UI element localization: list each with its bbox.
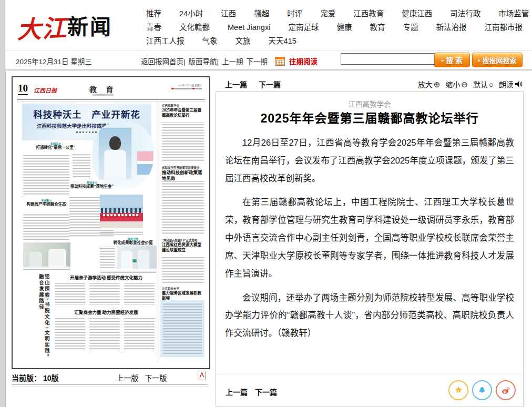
site-search-button[interactable]: ▸ 搜报网搜索 <box>472 53 523 67</box>
right-article-title: 2025年年会暨第三届赣鄱高教论坛举行 <box>162 108 204 118</box>
nav-link[interactable]: 市场监管 <box>498 7 529 21</box>
text-controls: 放大 ⊕ 缩小 ⊖ 默认 ○ 朗读 <box>418 79 523 89</box>
text-lines <box>73 154 90 178</box>
pdf-icon[interactable] <box>198 371 206 382</box>
photo-two-researchers <box>117 246 157 269</box>
right-article-4[interactable]: 九江职业大学 蓄力服务区域发展职教新程 <box>162 287 204 301</box>
nav-link[interactable]: 定南足球 <box>288 21 319 34</box>
mid-headline-chamber[interactable]: 汇聚商会力量 助力民营经济发展 <box>55 309 158 315</box>
logo-black-text: 新闻 <box>67 15 112 38</box>
nav-link[interactable]: 教育 <box>370 21 385 34</box>
share-qq-button[interactable] <box>472 380 492 400</box>
search-button[interactable]: ▸ 搜 索 <box>434 53 470 67</box>
share-qzone-button[interactable]: z <box>448 380 468 400</box>
article-body: 12月26日至27日，江西省高等教育学会2025年年会暨第三届赣鄱高教论坛在南昌… <box>225 134 514 349</box>
prev-article-link-bottom[interactable]: 上一篇 <box>226 386 248 397</box>
text-lines <box>23 155 69 196</box>
page-pager: 当前版： 10版 上一版 下一版 <box>12 372 209 383</box>
nav-link[interactable]: Meet Jiangxi <box>228 21 270 34</box>
zoom-out-control[interactable]: 缩小 ⊖ <box>445 79 468 89</box>
qzone-star-icon: z <box>454 386 463 394</box>
nav-row-2: 青春 文化赣鄱 Meet Jiangxi 定南足球 健康 教育 专题 新法治报 … <box>146 21 530 34</box>
text-lines <box>89 283 120 306</box>
article-paragraph: 会议期间，还举办了两场主题分别为师范院校转型发展、高等职业学校办学能力评价的“赣… <box>225 289 514 342</box>
right-article-3[interactable]: “井冈星火智脑1.0”正式发布 江西省红色资源大模型建设联盟成立 <box>162 238 204 253</box>
share-weibo-button[interactable] <box>496 380 516 400</box>
next-article-link-bottom[interactable]: 下一篇 <box>255 386 277 397</box>
weibo-icon <box>501 386 510 395</box>
right-article-4-body <box>160 300 204 357</box>
photo-caption-lines <box>23 268 70 270</box>
paper-subsection-2[interactable]: 精准发力 推动科技成果“落地生金” <box>68 180 116 189</box>
paper-contact-line <box>171 88 202 89</box>
right-article-kicker: 江西高教学会 <box>162 104 204 108</box>
text-lines <box>124 318 155 351</box>
paper-section-title: 教 育 <box>89 84 117 94</box>
newspaper-page-thumbnail[interactable]: 10 江西日报 教 育 2025年12月31日 星期三 科技种沃土 产业开新花 … <box>12 76 210 369</box>
text-lines <box>162 257 204 283</box>
next-article-link-top[interactable]: 下一篇 <box>259 79 281 89</box>
article-footer: 上一篇 下一篇 z <box>226 380 516 403</box>
text-lines <box>89 318 120 351</box>
right-article-title: 推动科技创新政策落地见效 <box>162 170 204 181</box>
default-size-control[interactable]: 默认 ○ <box>473 79 494 89</box>
nav-link[interactable]: 新法治报 <box>436 21 466 34</box>
mid-headline-travel[interactable]: 开展亲子游学活动 感受传统文化魅力 <box>55 274 158 280</box>
right-article-kicker: 九江职业大学 <box>162 287 204 291</box>
current-page-label: 当前版： <box>12 374 41 382</box>
nav-link[interactable]: 司法行政 <box>450 7 480 21</box>
vertical-headline[interactable]: 铅山探索“书院文化+文明实践”融合发展路径 <box>38 274 49 359</box>
prev-page-link[interactable]: 上一版 <box>116 374 138 382</box>
paper-subsection-3[interactable]: 平台聚力 构建政产学研融合生态 <box>23 198 69 207</box>
nav-link[interactable]: 青春 <box>146 21 161 34</box>
paper-subsection-4[interactable]: 典型引领 转化成果彰显社会价值 <box>109 237 157 245</box>
nav-link[interactable]: 24小时 <box>179 7 203 21</box>
back-home-link[interactable]: 返回报网首页| <box>141 56 186 66</box>
nav-link[interactable]: 宠爱 <box>320 7 335 21</box>
pager-rule <box>12 386 208 386</box>
nav-link[interactable]: 赣超 <box>254 7 269 21</box>
subsection-title: 转化成果彰显社会价值 <box>109 240 157 245</box>
paper-masthead: 江西日报 <box>34 86 57 94</box>
read-aloud-control[interactable]: 朗读 <box>499 79 523 89</box>
search-input[interactable] <box>341 53 435 65</box>
text-lines <box>55 318 85 351</box>
nav-link[interactable]: 时评 <box>287 7 302 21</box>
nav-link[interactable]: 推荐 <box>146 7 161 21</box>
zoom-in-control[interactable]: 放大 ⊕ <box>418 79 441 89</box>
past-issues-link[interactable]: 往期阅读 <box>289 56 318 66</box>
article-title: 2025年年会暨第三届赣鄱高教论坛举行 <box>216 108 523 126</box>
nav-link[interactable]: 健康 <box>336 21 352 34</box>
nav-link[interactable]: 文旅 <box>236 34 251 48</box>
right-article-kicker: 省科技厅召开政策宣讲座谈会 <box>162 166 204 170</box>
prev-article-link-top[interactable]: 上一篇 <box>225 79 247 89</box>
nav-link[interactable]: 江西教育 <box>353 7 384 21</box>
right-article-kicker: “井冈星火智脑1.0”正式发布 <box>162 238 204 242</box>
prev-issue-link[interactable]: 上一期 <box>222 56 243 66</box>
zoom-out-label: 缩小 <box>445 79 460 89</box>
nav-link[interactable]: 文化赣鄱 <box>179 21 210 34</box>
next-page-link[interactable]: 下一版 <box>145 374 167 382</box>
paper-subsection-1[interactable]: 机制活水 打通转化“最后一公里” <box>28 141 83 150</box>
next-issue-link[interactable]: 下一期 <box>247 56 268 66</box>
logo-red-text: 大江 <box>16 8 68 45</box>
nav-link[interactable]: 健康江西 <box>402 7 432 21</box>
right-article-1[interactable]: 江西高教学会 2025年年会暨第三届赣鄱高教论坛举行 <box>162 104 204 118</box>
right-article-2[interactable]: 省科技厅召开政策宣讲座谈会 推动科技创新政策落地见效 <box>162 166 204 181</box>
nav-link[interactable]: 气象 <box>202 34 218 48</box>
svg-text:z: z <box>458 389 459 392</box>
newspaper-page: 10 江西日报 教 育 2025年12月31日 星期三 科技种沃土 产业开新花 … <box>13 77 209 368</box>
nav-link[interactable]: 江南都市报 <box>484 21 523 34</box>
nav-link[interactable]: 江西 <box>221 7 236 21</box>
page-nav-link[interactable]: 版面导航| <box>189 56 219 66</box>
zoom-in-icon: ⊕ <box>434 80 441 88</box>
zoom-out-icon: ⊖ <box>461 80 468 88</box>
site-logo[interactable]: 大江新闻 <box>17 9 112 44</box>
article-paragraph: 12月26日至27日，江西省高等教育学会2025年年会暨第三届赣鄱高教论坛在南昌… <box>225 134 514 187</box>
nav-link[interactable]: 专题 <box>403 21 418 34</box>
nav-link[interactable]: 天天415 <box>269 34 296 48</box>
calendar-icon[interactable] <box>275 57 285 66</box>
nav-link[interactable]: 江西工人报 <box>146 34 185 48</box>
edition-links: 返回报网首页| 版面导航| 上一期 下一期 往期阅读 <box>141 56 318 66</box>
pager-rule <box>12 384 208 385</box>
